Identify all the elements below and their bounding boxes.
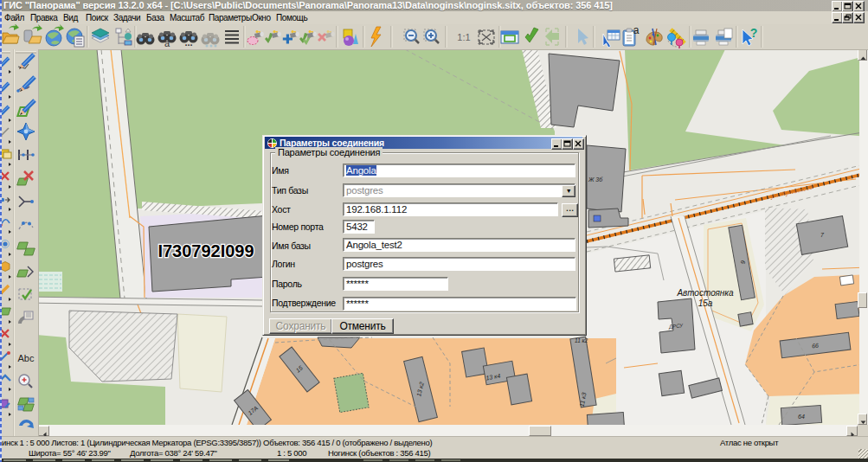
svg-text:Ж 3б: Ж 3б bbox=[588, 176, 603, 183]
svg-text:11 к2: 11 к2 bbox=[575, 337, 588, 343]
svg-text:1:1: 1:1 bbox=[457, 32, 470, 42]
svg-text:?: ? bbox=[750, 26, 758, 40]
svg-text:64: 64 bbox=[798, 414, 805, 420]
svg-text:15а: 15а bbox=[698, 298, 713, 308]
svg-text:Abc: Abc bbox=[18, 353, 35, 363]
svg-text:66: 66 bbox=[812, 343, 820, 350]
svg-text:Автостоянка: Автостоянка bbox=[676, 288, 734, 298]
svg-text:a: a bbox=[164, 38, 170, 48]
svg-text:I730792I099: I730792I099 bbox=[158, 241, 254, 260]
svg-text:a: a bbox=[633, 24, 640, 36]
svg-text:...: ... bbox=[184, 37, 192, 48]
